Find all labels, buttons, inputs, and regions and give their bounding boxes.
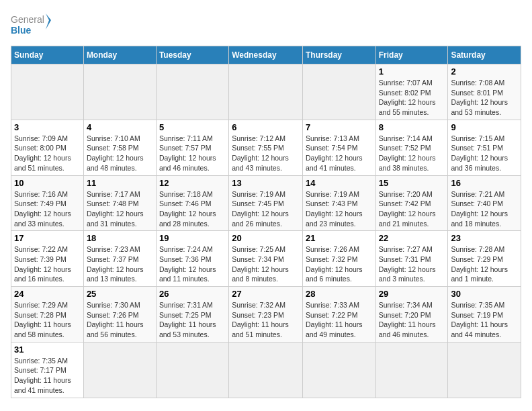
day-number: 26: [159, 289, 226, 299]
calendar-cell: 24Sunrise: 7:29 AM Sunset: 7:28 PM Dayli…: [11, 287, 84, 342]
day-info: Sunrise: 7:12 AM Sunset: 7:55 PM Dayligh…: [232, 134, 300, 173]
calendar-cell: 27Sunrise: 7:32 AM Sunset: 7:23 PM Dayli…: [229, 287, 303, 342]
calendar-cell: 29Sunrise: 7:34 AM Sunset: 7:20 PM Dayli…: [375, 287, 448, 342]
calendar-week-row: 31Sunrise: 7:35 AM Sunset: 7:17 PM Dayli…: [11, 342, 521, 398]
day-number: 30: [451, 289, 518, 299]
calendar-cell: 2Sunrise: 7:08 AM Sunset: 8:01 PM Daylig…: [448, 64, 521, 120]
day-number: 7: [306, 122, 373, 132]
calendar-cell: [83, 342, 156, 398]
day-info: Sunrise: 7:11 AM Sunset: 7:57 PM Dayligh…: [159, 134, 226, 173]
calendar-cell: 3Sunrise: 7:09 AM Sunset: 8:00 PM Daylig…: [11, 120, 84, 175]
day-number: 23: [451, 233, 518, 243]
calendar-cell: [83, 64, 156, 120]
calendar-week-row: 24Sunrise: 7:29 AM Sunset: 7:28 PM Dayli…: [11, 287, 521, 342]
calendar-cell: 12Sunrise: 7:18 AM Sunset: 7:46 PM Dayli…: [156, 175, 228, 231]
logo-svg: General Blue: [11, 11, 51, 40]
day-number: 12: [159, 178, 226, 188]
calendar-cell: 25Sunrise: 7:30 AM Sunset: 7:26 PM Dayli…: [83, 287, 156, 342]
day-number: 10: [14, 178, 81, 188]
calendar-cell: 11Sunrise: 7:17 AM Sunset: 7:48 PM Dayli…: [83, 175, 156, 231]
calendar-week-row: 10Sunrise: 7:16 AM Sunset: 7:49 PM Dayli…: [11, 175, 521, 231]
calendar-cell: [156, 342, 228, 398]
day-info: Sunrise: 7:27 AM Sunset: 7:31 PM Dayligh…: [379, 244, 445, 284]
day-number: 17: [14, 233, 81, 243]
calendar-cell: 10Sunrise: 7:16 AM Sunset: 7:49 PM Dayli…: [11, 175, 84, 231]
day-number: 8: [379, 122, 445, 132]
day-number: 31: [14, 345, 81, 355]
day-number: 20: [232, 233, 300, 243]
day-number: 25: [87, 289, 153, 299]
svg-text:Blue: Blue: [11, 25, 32, 36]
day-number: 21: [306, 233, 373, 243]
calendar-cell: 23Sunrise: 7:28 AM Sunset: 7:29 PM Dayli…: [448, 231, 521, 287]
day-info: Sunrise: 7:28 AM Sunset: 7:29 PM Dayligh…: [451, 244, 518, 284]
day-info: Sunrise: 7:20 AM Sunset: 7:42 PM Dayligh…: [379, 189, 445, 229]
logo: General Blue: [11, 11, 51, 40]
calendar-cell: 7Sunrise: 7:13 AM Sunset: 7:54 PM Daylig…: [302, 120, 375, 175]
svg-text:General: General: [11, 14, 44, 25]
day-info: Sunrise: 7:25 AM Sunset: 7:34 PM Dayligh…: [232, 244, 300, 284]
calendar-cell: [229, 64, 303, 120]
day-info: Sunrise: 7:22 AM Sunset: 7:39 PM Dayligh…: [14, 244, 81, 284]
weekday-header-thursday: Thursday: [302, 46, 375, 64]
calendar-cell: [302, 342, 375, 398]
weekday-header-friday: Friday: [375, 46, 448, 64]
day-number: 2: [451, 66, 518, 77]
calendar-table: SundayMondayTuesdayWednesdayThursdayFrid…: [11, 46, 521, 398]
calendar-cell: [11, 64, 84, 120]
calendar-cell: 22Sunrise: 7:27 AM Sunset: 7:31 PM Dayli…: [375, 231, 448, 287]
calendar-cell: 5Sunrise: 7:11 AM Sunset: 7:57 PM Daylig…: [156, 120, 228, 175]
calendar-week-row: 3Sunrise: 7:09 AM Sunset: 8:00 PM Daylig…: [11, 120, 521, 175]
weekday-header-monday: Monday: [83, 46, 156, 64]
calendar-cell: 1Sunrise: 7:07 AM Sunset: 8:02 PM Daylig…: [375, 64, 448, 120]
day-number: 19: [159, 233, 226, 243]
day-info: Sunrise: 7:21 AM Sunset: 7:40 PM Dayligh…: [451, 189, 518, 229]
day-info: Sunrise: 7:19 AM Sunset: 7:45 PM Dayligh…: [232, 189, 300, 229]
calendar-cell: 8Sunrise: 7:14 AM Sunset: 7:52 PM Daylig…: [375, 120, 448, 175]
day-info: Sunrise: 7:13 AM Sunset: 7:54 PM Dayligh…: [306, 134, 373, 173]
day-number: 6: [232, 122, 300, 132]
day-number: 15: [379, 178, 445, 188]
day-info: Sunrise: 7:31 AM Sunset: 7:25 PM Dayligh…: [159, 300, 226, 340]
day-info: Sunrise: 7:09 AM Sunset: 8:00 PM Dayligh…: [14, 134, 81, 173]
calendar-cell: 18Sunrise: 7:23 AM Sunset: 7:37 PM Dayli…: [83, 231, 156, 287]
calendar-cell: 31Sunrise: 7:35 AM Sunset: 7:17 PM Dayli…: [11, 342, 84, 398]
day-info: Sunrise: 7:30 AM Sunset: 7:26 PM Dayligh…: [87, 300, 153, 340]
day-info: Sunrise: 7:29 AM Sunset: 7:28 PM Dayligh…: [14, 300, 81, 340]
day-number: 16: [451, 178, 518, 188]
day-info: Sunrise: 7:17 AM Sunset: 7:48 PM Dayligh…: [87, 189, 153, 229]
svg-marker-2: [46, 13, 51, 30]
calendar-cell: 19Sunrise: 7:24 AM Sunset: 7:36 PM Dayli…: [156, 231, 228, 287]
weekday-header-row: SundayMondayTuesdayWednesdayThursdayFrid…: [11, 46, 521, 64]
day-number: 18: [87, 233, 153, 243]
day-number: 28: [306, 289, 373, 299]
day-info: Sunrise: 7:15 AM Sunset: 7:51 PM Dayligh…: [451, 134, 518, 173]
day-info: Sunrise: 7:35 AM Sunset: 7:17 PM Dayligh…: [14, 356, 81, 396]
calendar-cell: 4Sunrise: 7:10 AM Sunset: 7:58 PM Daylig…: [83, 120, 156, 175]
calendar-cell: 6Sunrise: 7:12 AM Sunset: 7:55 PM Daylig…: [229, 120, 303, 175]
weekday-header-tuesday: Tuesday: [156, 46, 228, 64]
day-number: 1: [379, 66, 445, 77]
day-number: 27: [232, 289, 300, 299]
page-header: General Blue: [11, 11, 521, 40]
weekday-header-saturday: Saturday: [448, 46, 521, 64]
day-info: Sunrise: 7:24 AM Sunset: 7:36 PM Dayligh…: [159, 244, 226, 284]
day-number: 9: [451, 122, 518, 132]
calendar-cell: [229, 342, 303, 398]
calendar-cell: 28Sunrise: 7:33 AM Sunset: 7:22 PM Dayli…: [302, 287, 375, 342]
calendar-cell: 9Sunrise: 7:15 AM Sunset: 7:51 PM Daylig…: [448, 120, 521, 175]
calendar-week-row: 17Sunrise: 7:22 AM Sunset: 7:39 PM Dayli…: [11, 231, 521, 287]
calendar-cell: [375, 342, 448, 398]
calendar-cell: 13Sunrise: 7:19 AM Sunset: 7:45 PM Dayli…: [229, 175, 303, 231]
day-info: Sunrise: 7:23 AM Sunset: 7:37 PM Dayligh…: [87, 244, 153, 284]
day-info: Sunrise: 7:35 AM Sunset: 7:19 PM Dayligh…: [451, 300, 518, 340]
day-info: Sunrise: 7:16 AM Sunset: 7:49 PM Dayligh…: [14, 189, 81, 229]
day-info: Sunrise: 7:32 AM Sunset: 7:23 PM Dayligh…: [232, 300, 300, 340]
day-info: Sunrise: 7:26 AM Sunset: 7:32 PM Dayligh…: [306, 244, 373, 284]
day-number: 14: [306, 178, 373, 188]
calendar-cell: 15Sunrise: 7:20 AM Sunset: 7:42 PM Dayli…: [375, 175, 448, 231]
calendar-cell: [448, 342, 521, 398]
day-number: 13: [232, 178, 300, 188]
calendar-cell: [156, 64, 228, 120]
day-number: 29: [379, 289, 445, 299]
